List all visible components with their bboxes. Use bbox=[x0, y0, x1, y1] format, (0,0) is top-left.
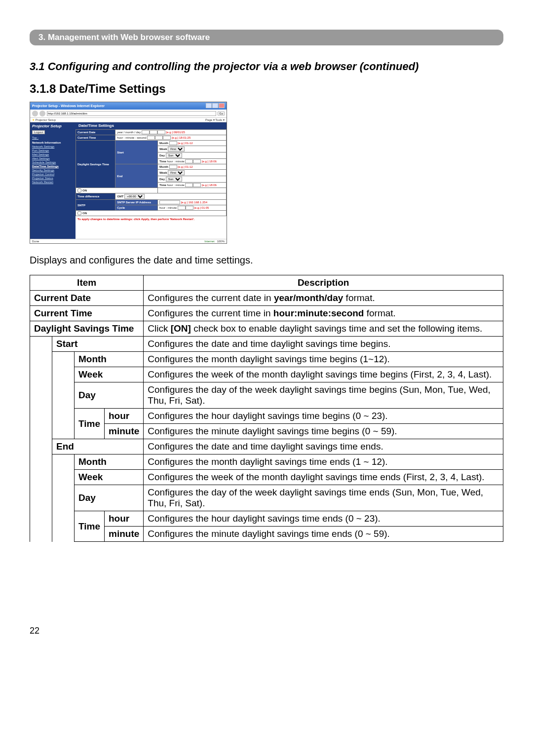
desc-start-month: Configures the month daylight savings ti… bbox=[144, 352, 503, 367]
row-end-month: Month bbox=[75, 454, 144, 470]
desc-current-date: Configures the current date in year/mont… bbox=[144, 291, 503, 306]
status-zoom: 100% bbox=[217, 240, 225, 243]
row-end-minute: minute bbox=[105, 527, 144, 542]
settings-form: Current Dateyear / month / day [e.g.] 08… bbox=[76, 129, 227, 216]
desc-start-hour: Configures the hour daylight savings tim… bbox=[144, 409, 503, 424]
sidebar-item: Projector Control bbox=[30, 172, 76, 176]
row-end-week: Week bbox=[75, 470, 144, 485]
desc-end-hour: Configures the hour daylight savings tim… bbox=[144, 511, 503, 527]
section-title: 3.1 Configuring and controlling the proj… bbox=[30, 60, 503, 73]
row-start-day: Day bbox=[75, 382, 144, 409]
sidebar-item: Alert Settings bbox=[30, 156, 76, 160]
th-item: Item bbox=[30, 275, 144, 291]
desc-end-week: Configures the week of the month dayligh… bbox=[144, 470, 503, 485]
desc-start-week: Configures the week of the month dayligh… bbox=[144, 367, 503, 382]
desc-start-minute: Configures the minute daylight savings t… bbox=[144, 424, 503, 439]
indent-col-3 bbox=[52, 454, 75, 542]
row-end-day: Day bbox=[75, 485, 144, 511]
tab-label: Projector Setup bbox=[36, 118, 56, 121]
desc-end-day: Configures the day of the week daylight … bbox=[144, 485, 503, 511]
logout-button: Logout bbox=[32, 130, 45, 134]
row-start-week: Week bbox=[75, 367, 144, 382]
row-start-minute: minute bbox=[105, 424, 144, 439]
sidebar: Projector Setup Logout Top : Network Inf… bbox=[30, 122, 76, 239]
th-desc: Description bbox=[144, 275, 503, 291]
main-heading: Date/Time Settings bbox=[76, 122, 227, 129]
indent-col-2 bbox=[52, 352, 75, 439]
desc-current-time: Configures the current time in hour:minu… bbox=[144, 306, 503, 321]
favorites-icon: ★ bbox=[32, 118, 36, 121]
row-start: Start bbox=[52, 337, 144, 352]
desc-start: Configures the date and time daylight sa… bbox=[144, 337, 503, 352]
sidebar-item-active: Date/Time Settings bbox=[30, 164, 76, 168]
fwd-icon bbox=[39, 111, 45, 116]
indent-col bbox=[30, 337, 52, 542]
row-start-time: Time bbox=[75, 409, 105, 439]
window-title: Projector Setup - Windows Internet Explo… bbox=[32, 104, 105, 108]
desc-dst: Click [ON] check box to enable daylight … bbox=[144, 321, 503, 337]
apply-note: To apply changes to date/time settings: … bbox=[76, 216, 227, 222]
row-start-hour: hour bbox=[105, 409, 144, 424]
settings-screenshot: Projector Setup - Windows Internet Explo… bbox=[30, 102, 227, 244]
sidebar-item: Network Settings bbox=[30, 145, 76, 149]
window-buttons bbox=[205, 103, 225, 109]
sidebar-item: Schedule Settings bbox=[30, 160, 76, 164]
status-internet: Internet bbox=[204, 240, 214, 243]
desc-end: Configures the date and time daylight sa… bbox=[144, 439, 503, 454]
status-done: Done bbox=[32, 240, 39, 243]
row-end: End bbox=[52, 439, 144, 454]
sidebar-header: Projector Setup bbox=[30, 124, 76, 130]
sidebar-item: Port Settings bbox=[30, 149, 76, 152]
row-end-time: Time bbox=[75, 511, 105, 542]
subsection-title: 3.1.8 Date/Time Settings bbox=[30, 82, 503, 96]
row-start-month: Month bbox=[75, 352, 144, 367]
back-icon bbox=[32, 111, 38, 116]
go-button: Go bbox=[218, 112, 225, 115]
chapter-bar: 3. Management with Web browser software bbox=[30, 30, 503, 45]
sidebar-item: Mail Settings bbox=[30, 152, 76, 156]
sidebar-net-info: Network Information bbox=[30, 141, 76, 145]
row-current-time: Current Time bbox=[30, 306, 144, 321]
row-dst: Daylight Savings Time bbox=[30, 321, 144, 337]
row-current-date: Current Date bbox=[30, 291, 144, 306]
sidebar-item: Projector Status bbox=[30, 176, 76, 180]
sidebar-item: Security Settings bbox=[30, 168, 76, 172]
desc-start-day: Configures the day of the week daylight … bbox=[144, 382, 503, 409]
intro-text: Displays and configures the date and tim… bbox=[30, 255, 503, 266]
page-number: 22 bbox=[30, 626, 503, 636]
sidebar-top: Top : bbox=[30, 136, 76, 140]
description-table: Item Description Current Date Configures… bbox=[30, 275, 503, 542]
desc-end-month: Configures the month daylight savings ti… bbox=[144, 454, 503, 470]
sidebar-item: Network Restart bbox=[30, 180, 76, 184]
row-end-hour: hour bbox=[105, 511, 144, 527]
command-bar: Page ▾ Tools ▾ bbox=[205, 118, 225, 121]
desc-end-minute: Configures the minute daylight savings t… bbox=[144, 527, 503, 542]
address-bar bbox=[47, 111, 216, 116]
